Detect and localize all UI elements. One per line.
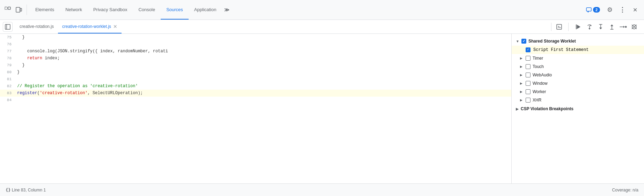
svg-rect-3 [20, 8, 22, 11]
worker-checkbox[interactable] [526, 89, 530, 94]
script-first-statement-item[interactable]: Script First Statement [512, 46, 644, 54]
code-line-83: 83 register('creative-rotation', SelectU… [0, 90, 511, 97]
code-editor[interactable]: 75 } 76 77 console.log(JSON.stringify({ … [0, 34, 511, 183]
xhr-group-item[interactable]: ▶ XHR [512, 96, 644, 104]
tab-network[interactable]: Network [60, 0, 88, 20]
worker-label: Worker [533, 89, 546, 94]
step-button[interactable] [619, 23, 627, 31]
main-tab-nav: Elements Network Privacy Sandbox Console… [30, 0, 222, 20]
code-line-80: 80 } [0, 69, 511, 76]
line-number: 82 [0, 83, 16, 90]
svg-rect-1 [8, 7, 10, 9]
sidebar-toggle-icon[interactable] [3, 22, 13, 32]
device-toggle-icon[interactable] [14, 5, 24, 15]
svg-point-21 [625, 26, 627, 28]
script-first-statement-checkbox[interactable] [526, 47, 530, 52]
code-line-77: 77 console.log(JSON.stringify({ index, r… [0, 48, 511, 55]
toolbar-separator-3 [568, 23, 569, 31]
code-line-75: 75 } [0, 34, 511, 41]
timer-expand-arrow-icon: ▶ [520, 56, 524, 60]
tab-privacy-sandbox[interactable]: Privacy Sandbox [88, 0, 133, 20]
more-options-icon[interactable]: ⋮ [617, 5, 627, 15]
webaudio-label: WebAudio [533, 73, 552, 77]
code-lines: 75 } 76 77 console.log(JSON.stringify({ … [0, 34, 511, 104]
tab-application[interactable]: Application [189, 0, 222, 20]
line-number: 80 [0, 69, 16, 76]
shared-storage-worklet-header[interactable]: ▼ Shared Storage Worklet [512, 37, 644, 46]
webaudio-group-item[interactable]: ▶ WebAudio [512, 71, 644, 79]
window-group-item[interactable]: ▶ Window [512, 79, 644, 88]
webaudio-expand-arrow-icon: ▶ [520, 73, 524, 77]
toolbar-separator-2 [551, 23, 551, 31]
timer-label: Timer [533, 56, 543, 61]
touch-expand-arrow-icon: ▶ [520, 65, 524, 68]
line-number: 79 [0, 62, 16, 69]
webaudio-checkbox[interactable] [526, 73, 530, 77]
timer-checkbox[interactable] [526, 56, 530, 61]
svg-marker-12 [588, 28, 591, 30]
svg-rect-4 [586, 8, 591, 11]
file-tab-creative-rotation-worklet[interactable]: creative-rotation-worklet.js ✕ [58, 20, 122, 33]
csp-violation-header[interactable]: ▶ CSP Violation Breakpoints [512, 104, 644, 113]
svg-rect-2 [16, 7, 20, 12]
line-number: 75 [0, 34, 16, 41]
tab-elements[interactable]: Elements [30, 0, 60, 20]
status-bar: {} Line 83, Column 1 Coverage: n/a [0, 183, 644, 196]
xhr-checkbox[interactable] [526, 98, 530, 103]
line-number: 81 [0, 76, 16, 83]
breakpoint-section: ▼ Shared Storage Worklet Script First St… [512, 37, 644, 113]
settings-icon[interactable]: ⚙ [605, 5, 615, 15]
code-line-76: 76 [0, 41, 511, 48]
debug-controls [571, 23, 641, 31]
svg-marker-8 [577, 25, 580, 29]
tab-sources[interactable]: Sources [161, 0, 189, 20]
timer-group-item[interactable]: ▶ Timer [512, 54, 644, 62]
expand-arrow-icon: ▼ [516, 39, 519, 43]
code-line-82: 82 // Register the operation as 'creativ… [0, 83, 511, 90]
message-badge-icon[interactable]: 2 [584, 5, 602, 15]
resume-button[interactable] [574, 23, 583, 31]
line-number: 76 [0, 41, 16, 48]
line-number: 78 [0, 55, 16, 62]
svg-rect-5 [5, 24, 10, 29]
inspect-icon[interactable] [3, 5, 13, 15]
file-tab-creative-rotation[interactable]: creative-rotation.js [15, 20, 58, 33]
line-number: 83 [0, 90, 16, 97]
svg-marker-14 [599, 28, 602, 29]
curly-braces-icon: {} [6, 188, 10, 193]
close-tab-icon[interactable]: ✕ [113, 24, 117, 29]
step-over-button[interactable] [585, 23, 594, 31]
xhr-label: XHR [533, 98, 541, 103]
file-toolbar-right [548, 22, 641, 32]
deactivate-breakpoints-button[interactable] [630, 23, 638, 31]
format-code-icon[interactable] [554, 22, 564, 32]
line-content: } [16, 62, 511, 69]
window-label: Window [533, 81, 548, 86]
message-count-badge: 2 [593, 7, 600, 13]
touch-checkbox[interactable] [526, 64, 530, 69]
touch-group-item[interactable]: ▶ Touch [512, 62, 644, 71]
svg-marker-17 [610, 24, 613, 26]
devtools-toolbar: Elements Network Privacy Sandbox Console… [0, 0, 644, 20]
code-line-84: 84 [0, 97, 511, 104]
close-devtools-icon[interactable]: ✕ [630, 5, 640, 15]
line-content: } [16, 69, 511, 76]
step-out-button[interactable] [608, 23, 616, 31]
csp-expand-arrow-icon: ▶ [516, 107, 519, 111]
line-content: // Register the operation as 'creative-r… [16, 83, 511, 90]
code-line-81: 81 [0, 76, 511, 83]
worker-group-item[interactable]: ▶ Worker [512, 88, 644, 96]
line-content: register('creative-rotation', SelectURLO… [16, 90, 511, 97]
step-into-button[interactable] [597, 23, 605, 31]
tab-console[interactable]: Console [133, 0, 161, 20]
svg-rect-0 [5, 7, 7, 9]
xhr-expand-arrow-icon: ▶ [520, 98, 524, 102]
line-number: 77 [0, 48, 16, 55]
line-content: return index; [16, 55, 511, 62]
more-tabs-icon[interactable]: ≫ [222, 5, 232, 15]
right-panel: ▼ Shared Storage Worklet Script First St… [511, 34, 644, 183]
window-checkbox[interactable] [526, 81, 530, 86]
line-content: console.log(JSON.stringify({ index, rand… [16, 48, 511, 55]
csp-violation-label: CSP Violation Breakpoints [521, 106, 573, 111]
shared-storage-worklet-checkbox[interactable] [521, 39, 526, 44]
